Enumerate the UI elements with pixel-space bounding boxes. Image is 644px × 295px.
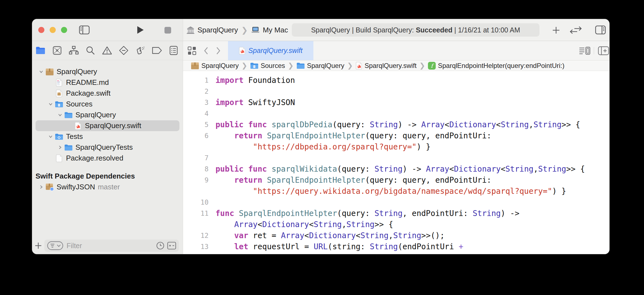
disclosure-chevron-icon[interactable]	[56, 111, 64, 119]
line-number: 13	[183, 241, 209, 252]
folder-icon	[296, 62, 305, 69]
code-line: 8 public func sparqlWikidata(query: Stri…	[183, 164, 609, 175]
zoom-button[interactable]	[61, 27, 67, 33]
breadcrumb-3[interactable]: SparqlQuery.swift	[356, 62, 417, 70]
tree-item-sparqlquerytests[interactable]: SparqlQueryTests	[36, 142, 179, 153]
navigator-report-navigator[interactable]	[165, 41, 182, 60]
tree-item-label: SwiftyJSON	[57, 183, 95, 191]
filter-field[interactable]: Filter	[44, 240, 179, 252]
tree-item-readme-md[interactable]: README.md	[36, 77, 179, 88]
line-number: 9	[183, 175, 209, 186]
line-number: 6	[183, 130, 209, 141]
code-line: "https://query.wikidata.org/bigdata/name…	[183, 186, 609, 197]
line-number: 12	[183, 230, 209, 241]
tree-item-swiftyjson[interactable]: SwiftyJSON master	[36, 182, 179, 192]
func-badge-icon: f	[428, 62, 436, 70]
navigator-breakpoint-navigator[interactable]	[149, 41, 165, 60]
code-line: 9 return SparqlEndpointHelpter(query: qu…	[183, 175, 609, 186]
folder-docs-icon	[54, 100, 64, 108]
doc-plain-icon	[54, 154, 64, 162]
status-time: | 1/16/21 at 10:00 AM	[452, 26, 520, 34]
line-number: 8	[183, 164, 209, 175]
tree-item-sparqlquery[interactable]: SparqlQuery	[36, 110, 179, 120]
tab-sparqlquery-swift[interactable]: SparqlQuery.swift	[228, 41, 313, 60]
navigator-issue-navigator[interactable]	[99, 41, 115, 60]
navigator-project-navigator[interactable]	[32, 41, 49, 60]
source-control-filter-icon[interactable]	[167, 242, 176, 250]
code-line: 6 return SparqlEndpointHelpter(query: qu…	[183, 130, 609, 141]
disclosure-chevron-icon[interactable]	[37, 183, 45, 191]
chevron-spacer	[47, 90, 54, 97]
add-button[interactable]	[551, 26, 561, 35]
tree-item-sparqlquery-swift[interactable]: SparqlQuery.swift	[36, 120, 179, 131]
breadcrumb-chevron: ❯	[347, 62, 353, 70]
activity-status-bar: SparqlQuery | Build SparqlQuery: Succeed…	[292, 23, 539, 37]
tree-item-package-swift[interactable]: Package.swift	[36, 88, 179, 99]
editor-back-forward-button[interactable]	[569, 26, 582, 35]
run-button[interactable]	[136, 26, 144, 34]
doc-package-icon	[54, 89, 64, 98]
chevron-spacer	[65, 122, 73, 130]
breadcrumb-1[interactable]: Sources	[250, 62, 285, 70]
nav-find-icon	[86, 46, 95, 55]
scheme-project-icon	[186, 26, 195, 34]
nav-folder-icon	[36, 46, 45, 55]
code-line: 5 public func sparqlDbPedia(query: Strin…	[183, 119, 609, 130]
filter-options-icon[interactable]	[47, 241, 63, 250]
adjust-editor-options-button[interactable]	[579, 46, 591, 55]
go-back-button[interactable]	[202, 46, 210, 55]
add-item-button[interactable]	[32, 242, 44, 249]
minimize-button[interactable]	[50, 27, 56, 33]
breadcrumb-4[interactable]: f SparqlEndpointHelpter(query:endPointUr…	[428, 62, 564, 70]
nav-report-icon	[169, 46, 178, 55]
navigator-source-control-navigator[interactable]	[49, 41, 65, 60]
status-text: SparqlQuery | Build SparqlQuery:	[311, 26, 416, 34]
code-line: 2	[183, 86, 609, 97]
source-editor[interactable]: 1 import Foundation 2 3 import SwiftyJSO…	[183, 71, 609, 254]
line-number: 5	[183, 119, 209, 130]
disclosure-chevron-icon[interactable]	[56, 144, 64, 151]
line-number	[183, 141, 209, 152]
add-editor-button[interactable]	[597, 46, 610, 55]
chevron-spacer	[47, 154, 54, 162]
editor-area: SparqlQuery.swift SparqlQuery ❯ Sources …	[183, 41, 609, 254]
disclosure-chevron-icon[interactable]	[47, 100, 54, 108]
line-number	[183, 252, 209, 254]
tree-item-label: SparqlQuery.swift	[85, 121, 141, 130]
code-line: 4	[183, 108, 609, 119]
breadcrumb-0[interactable]: SparqlQuery	[191, 62, 239, 70]
filter-placeholder: Filter	[67, 242, 156, 250]
breadcrumb-2[interactable]: SparqlQuery	[296, 62, 344, 70]
code-line: Array<Dictionary<String,String>> {	[183, 219, 609, 230]
navigator-symbol-navigator[interactable]	[65, 41, 82, 60]
scheme-selector[interactable]: SparqlQuery ❯ My Mac	[186, 19, 288, 41]
nav-breakpoint-icon	[152, 47, 162, 54]
disclosure-chevron-icon[interactable]	[47, 133, 54, 141]
nav-symbols-icon	[69, 46, 79, 55]
disclosure-chevron-icon[interactable]	[37, 68, 45, 76]
navigator-debug-navigator[interactable]	[132, 41, 149, 60]
related-items-button[interactable]	[187, 46, 197, 55]
tree-item-tests[interactable]: Tests	[36, 131, 179, 142]
breadcrumb-chevron: ❯	[242, 62, 247, 70]
toggle-left-sidebar-button[interactable]	[79, 25, 90, 35]
line-number: 10	[183, 197, 209, 208]
toggle-right-sidebar-button[interactable]	[595, 25, 606, 35]
recent-filter-icon[interactable]	[156, 241, 164, 250]
tabbar-divider	[594, 47, 594, 54]
close-button[interactable]	[38, 27, 44, 33]
stop-button[interactable]	[164, 27, 171, 34]
line-number: 7	[183, 152, 209, 164]
tree-item-package-resolved[interactable]: Package.resolved	[36, 153, 179, 164]
tree-item-sparqlquery[interactable]: SparqlQuery	[36, 66, 179, 77]
package-globe-icon	[45, 183, 54, 191]
line-number: 3	[183, 97, 209, 108]
tab-bar: SparqlQuery.swift	[183, 41, 609, 60]
breadcrumb-label: SparqlQuery.swift	[364, 62, 417, 70]
breadcrumb-label: SparqlEndpointHelpter(query:endPointUri:…	[438, 62, 564, 70]
navigator-find-navigator[interactable]	[82, 41, 99, 60]
go-forward-button[interactable]	[214, 46, 222, 55]
tree-item-sources[interactable]: Sources	[36, 99, 179, 110]
navigator-test-navigator[interactable]	[115, 41, 132, 60]
tab-title: SparqlQuery.swift	[248, 47, 302, 55]
